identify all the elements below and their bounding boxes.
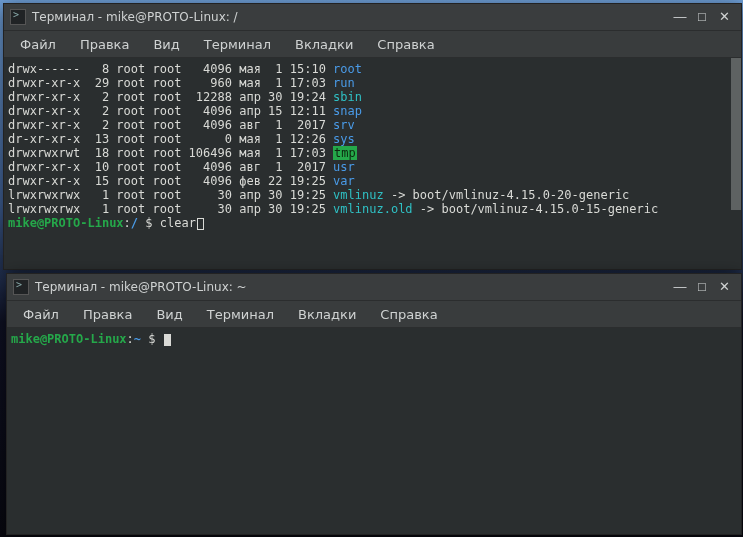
menu-view[interactable]: Вид — [144, 304, 194, 325]
terminal-window-root[interactable]: Терминал - mike@PROTO-Linux: / — □ ✕ Фай… — [3, 3, 742, 270]
menu-edit[interactable]: Правка — [71, 304, 144, 325]
menu-terminal[interactable]: Терминал — [192, 34, 283, 55]
terminal-window-home[interactable]: Терминал - mike@PROTO-Linux: ~ — □ ✕ Фай… — [6, 273, 742, 535]
menubar: Файл Правка Вид Терминал Вкладки Справка — [7, 301, 741, 328]
terminal-output[interactable]: drwx------ 8 root root 4096 мая 1 15:10 … — [4, 58, 741, 269]
ls-row: lrwxrwxrwx 1 root root 30 апр 30 19:25 v… — [8, 202, 737, 216]
scrollbar[interactable] — [731, 58, 741, 269]
menu-file[interactable]: Файл — [8, 34, 68, 55]
prompt-line[interactable]: mike@PROTO-Linux:~ $ — [11, 332, 737, 346]
ls-row: drwxr-xr-x 15 root root 4096 фев 22 19:2… — [8, 174, 737, 188]
menu-tabs[interactable]: Вкладки — [283, 34, 365, 55]
window-title: Терминал - mike@PROTO-Linux: ~ — [35, 280, 247, 294]
terminal-icon — [10, 9, 26, 25]
minimize-button[interactable]: — — [669, 6, 691, 28]
menu-edit[interactable]: Правка — [68, 34, 141, 55]
ls-row: drwxr-xr-x 29 root root 960 мая 1 17:03 … — [8, 76, 737, 90]
ls-row: drwxr-xr-x 2 root root 4096 апр 15 12:11… — [8, 104, 737, 118]
maximize-button[interactable]: □ — [691, 276, 713, 298]
prompt-line[interactable]: mike@PROTO-Linux:/ $ clear — [8, 216, 737, 230]
close-button[interactable]: ✕ — [713, 276, 735, 298]
minimize-button[interactable]: — — [669, 276, 691, 298]
menu-terminal[interactable]: Терминал — [195, 304, 286, 325]
menu-file[interactable]: Файл — [11, 304, 71, 325]
ls-row: drwxr-xr-x 2 root root 4096 авг 1 2017 s… — [8, 118, 737, 132]
menu-help[interactable]: Справка — [368, 304, 449, 325]
window-title: Терминал - mike@PROTO-Linux: / — [32, 10, 238, 24]
terminal-output[interactable]: mike@PROTO-Linux:~ $ — [7, 328, 741, 534]
menu-view[interactable]: Вид — [141, 34, 191, 55]
ls-row: dr-xr-xr-x 13 root root 0 мая 1 12:26 sy… — [8, 132, 737, 146]
scrollbar-thumb[interactable] — [731, 58, 741, 210]
maximize-button[interactable]: □ — [691, 6, 713, 28]
titlebar[interactable]: Терминал - mike@PROTO-Linux: / — □ ✕ — [4, 4, 741, 31]
ls-row: drwx------ 8 root root 4096 мая 1 15:10 … — [8, 62, 737, 76]
terminal-icon — [13, 279, 29, 295]
titlebar[interactable]: Терминал - mike@PROTO-Linux: ~ — □ ✕ — [7, 274, 741, 301]
menu-tabs[interactable]: Вкладки — [286, 304, 368, 325]
ls-row: drwxr-xr-x 10 root root 4096 авг 1 2017 … — [8, 160, 737, 174]
ls-row: lrwxrwxrwx 1 root root 30 апр 30 19:25 v… — [8, 188, 737, 202]
menu-help[interactable]: Справка — [365, 34, 446, 55]
close-button[interactable]: ✕ — [713, 6, 735, 28]
ls-row: drwxrwxrwt 18 root root 106496 мая 1 17:… — [8, 146, 737, 160]
menubar: Файл Правка Вид Терминал Вкладки Справка — [4, 31, 741, 58]
ls-row: drwxr-xr-x 2 root root 12288 апр 30 19:2… — [8, 90, 737, 104]
